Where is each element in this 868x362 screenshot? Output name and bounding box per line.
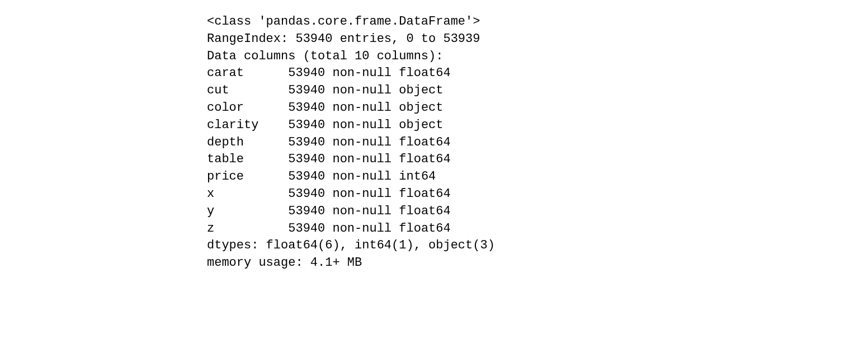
column-dtype: float64	[399, 222, 450, 236]
dtypes-summary: dtypes: float64(6), int64(1), object(3)	[207, 238, 495, 252]
column-dtype: float64	[399, 204, 450, 218]
column-row: cut 53940 non-null object	[207, 83, 444, 97]
column-row: price 53940 non-null int64	[207, 170, 436, 184]
column-name: x	[207, 187, 288, 201]
class-line: <class 'pandas.core.frame.DataFrame'>	[207, 15, 480, 29]
column-dtype: float64	[399, 135, 450, 149]
data-columns-header: Data columns (total 10 columns):	[207, 49, 443, 63]
memory-usage: memory usage: 4.1+ MB	[207, 256, 362, 270]
column-count: 53940	[288, 83, 325, 97]
column-dtype: float64	[399, 187, 450, 201]
column-dtype: float64	[399, 152, 450, 166]
column-count: 53940	[288, 101, 325, 115]
column-dtype: object	[399, 101, 443, 115]
column-name: y	[207, 204, 288, 218]
column-row: color 53940 non-null object	[207, 101, 444, 115]
column-name: color	[207, 101, 288, 115]
column-dtype: object	[399, 118, 443, 132]
column-name: z	[207, 222, 288, 236]
column-count: 53940	[288, 135, 325, 149]
column-row: depth 53940 non-null float64	[207, 135, 451, 149]
column-count: 53940	[288, 66, 325, 80]
dataframe-info-output: <class 'pandas.core.frame.DataFrame'> Ra…	[0, 0, 868, 272]
column-count: 53940	[288, 118, 325, 132]
column-count: 53940	[288, 170, 325, 184]
column-row: z 53940 non-null float64	[207, 222, 451, 236]
column-name: table	[207, 152, 288, 166]
column-dtype: int64	[399, 170, 436, 184]
column-count: 53940	[288, 222, 325, 236]
column-row: x 53940 non-null float64	[207, 187, 451, 201]
column-name: clarity	[207, 118, 288, 132]
column-name: carat	[207, 66, 288, 80]
column-row: clarity 53940 non-null object	[207, 118, 444, 132]
column-row: y 53940 non-null float64	[207, 204, 451, 218]
column-count: 53940	[288, 187, 325, 201]
column-row: carat 53940 non-null float64	[207, 66, 451, 80]
column-row: table 53940 non-null float64	[207, 152, 451, 166]
column-name: price	[207, 170, 288, 184]
column-count: 53940	[288, 152, 325, 166]
column-name: depth	[207, 135, 288, 149]
column-name: cut	[207, 83, 288, 97]
range-index-line: RangeIndex: 53940 entries, 0 to 53939	[207, 32, 480, 46]
column-dtype: float64	[399, 66, 450, 80]
column-dtype: object	[399, 83, 443, 97]
column-count: 53940	[288, 204, 325, 218]
